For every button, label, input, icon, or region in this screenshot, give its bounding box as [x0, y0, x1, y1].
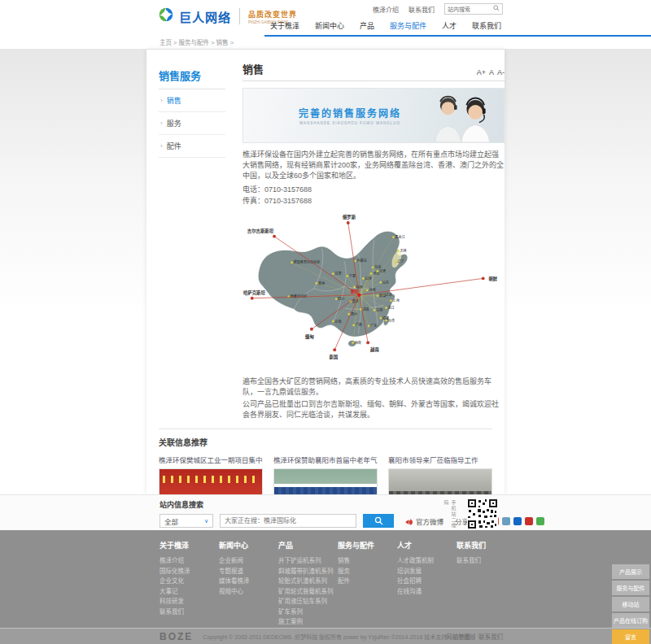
footer-link[interactable]: 联系我们 [457, 556, 516, 567]
map-province-label: 四川 [338, 297, 344, 301]
footer-link[interactable]: 科技研发 [159, 597, 219, 607]
band-search-button[interactable] [363, 514, 394, 528]
tencent-weibo-share-icon[interactable] [502, 517, 510, 525]
float-products-button[interactable]: 产品展示 [612, 564, 649, 579]
map-country-label: 哈萨克斯坦 [243, 289, 265, 296]
related-card[interactable]: 襄阳市领导来厂莅临指导工作 襄阳市领导来厂莅临指导工作... [388, 455, 492, 494]
float-message-button[interactable]: 留言 [612, 629, 649, 644]
band-search-input[interactable] [220, 514, 356, 528]
map-province-label: 云南 [334, 319, 341, 324]
related-card[interactable]: 樵泽环保樊城区工业一期项目集中投产仪式 项目位于樊城区万州大道南侧，占地64亩，… [159, 455, 263, 494]
nav-item-contact[interactable]: 联系我们 [469, 16, 505, 35]
map-province-dot [352, 324, 355, 327]
map-country-dot [366, 342, 369, 345]
map-country-label: 越南 [369, 346, 379, 353]
bottom-links-divider: | [474, 632, 475, 641]
footer-link[interactable]: 大事记 [159, 587, 219, 598]
footer-link[interactable]: 矿用轮式装载机系列 [278, 587, 338, 598]
footer-link[interactable]: 专题报道 [219, 567, 278, 577]
topbar: 樵泽介绍 联系我们 [373, 3, 503, 15]
footer-column-title: 联系我们 [457, 540, 516, 550]
site-search-input[interactable] [448, 7, 493, 12]
nav-item-news[interactable]: 新闻中心 [312, 16, 347, 35]
nav-item-service-parts[interactable]: 服务与配件 [387, 16, 430, 35]
footer-link[interactable]: 企业新闻 [219, 556, 278, 567]
sidebar-title: 销售服务 [159, 67, 225, 89]
page-title: 销售 [242, 61, 264, 76]
footer-link[interactable]: 视频中心 [219, 587, 278, 598]
renren-share-icon[interactable] [525, 517, 533, 525]
map-province-dot [385, 307, 387, 309]
map-country-dot [333, 348, 336, 351]
contact-link[interactable]: 联系我们 [478, 632, 503, 641]
site-search-box[interactable] [444, 3, 503, 15]
footer-link[interactable]: 矿用液压钻车系列 [278, 597, 338, 607]
sidebar: 销售服务 › 销售 › 服务 › 配件 [159, 67, 225, 158]
map-country-dot [347, 221, 350, 224]
copyright-text: Copyright © 2002-2011 DEDECMS. 织梦科技 版权所有… [203, 633, 475, 641]
nav-item-talent[interactable]: 人才 [439, 16, 460, 35]
map-province-dot [352, 342, 354, 344]
topbar-link-intro[interactable]: 樵泽介绍 [373, 5, 399, 14]
nav-item-products[interactable]: 产品 [356, 16, 378, 35]
breadcrumb[interactable]: 主页 > 服务与配件 > 销售 > [0, 37, 651, 50]
footer-link[interactable]: 施工案例 [278, 617, 338, 628]
footer-link[interactable]: 联系我们 [159, 607, 219, 618]
footer-link[interactable]: 井下铲运机系列 [278, 556, 338, 567]
map-country-label: 俄罗斯 [342, 214, 356, 220]
map-province-dot [366, 289, 369, 292]
map-province-dot [380, 281, 382, 284]
sidebar-item-service[interactable]: › 服务 [159, 112, 225, 135]
map-province-label: 新疆维吾尔自治区 [294, 259, 321, 264]
footer-link[interactable]: 在线沟通 [397, 587, 457, 598]
nav-item-about[interactable]: 关于樵泽 [267, 16, 303, 35]
map-country-dot [310, 328, 313, 331]
footer-column-about: 关于樵泽樵泽介绍国际化樵泽企业文化大事记科技研发联系我们 [159, 540, 219, 628]
search-category-select[interactable]: 全部 ∨ [159, 514, 213, 528]
related-title: 关联信息推荐 [159, 436, 492, 448]
float-mobile-site-button[interactable]: 移动站 [612, 597, 649, 611]
official-weibo-link[interactable]: 官方微博 [405, 516, 443, 526]
map-province-label: 浙江 [388, 305, 395, 310]
sidebar-item-sales[interactable]: › 销售 [159, 89, 225, 112]
footer: 关于樵泽樵泽介绍国际化樵泽企业文化大事记科技研发联系我们新闻中心企业新闻专题报道… [0, 530, 651, 628]
map-country-dot [251, 297, 254, 300]
topbar-link-contact[interactable]: 联系我们 [409, 5, 435, 14]
map-province-dot [347, 313, 350, 315]
footer-link[interactable]: 媒体看樵泽 [219, 577, 278, 587]
font-decrease-button[interactable]: A- [497, 68, 505, 76]
footer-link[interactable]: 销售 [338, 556, 397, 567]
chevron-right-icon: › [160, 120, 163, 127]
footer-link[interactable]: 企业文化 [159, 577, 219, 587]
footer-link[interactable]: 樵泽介绍 [159, 556, 219, 567]
sidebar-item-parts[interactable]: › 配件 [159, 135, 225, 158]
footer-link[interactable]: 斜坡履带扒渣机系列 [278, 567, 338, 577]
content: 销售 A+ A A- 完善的销售服务网络 WANSHANDE XIAOSHOU … [242, 61, 505, 420]
font-increase-button[interactable]: A+ [477, 68, 486, 76]
map-center-label: 襄阳 [350, 289, 359, 294]
sitemap-link[interactable]: 网站地图 [446, 632, 470, 641]
footer-link[interactable]: 培训发展 [397, 567, 457, 577]
mobile-site-qr-code [467, 498, 498, 529]
map-province-dot [353, 286, 356, 289]
font-normal-button[interactable]: A [489, 68, 494, 76]
search-icon[interactable] [493, 5, 500, 13]
wechat-share-icon[interactable] [536, 517, 544, 525]
map-province-label: 天津 [379, 268, 386, 273]
footer-link[interactable]: 服务 [338, 567, 397, 577]
map-province-dot [315, 282, 317, 285]
footer-link[interactable]: 人才政策机制 [397, 556, 457, 567]
related-card[interactable]: 樵泽环保赞助襄阳市首届中老年气排球比赛圆 樵泽环保赞助襄阳市首届中老年气排球比赛… [273, 455, 378, 494]
footer-link[interactable]: 配件 [338, 577, 397, 587]
main-area: 销售服务 › 销售 › 服务 › 配件 销售 A+ [0, 50, 651, 494]
map-province-dot [392, 237, 395, 239]
map-province-label: 甘肃 [334, 271, 341, 276]
qq-share-icon[interactable] [513, 517, 522, 525]
footer-link[interactable]: 矿车系列 [278, 607, 338, 618]
footer-column-products: 产品井下铲运机系列斜坡履带扒渣机系列轮胎式扒渣机系列矿用轮式装载机系列矿用液压钻… [278, 540, 338, 628]
footer-link[interactable]: 社会招聘 [397, 577, 457, 587]
float-service-parts-button[interactable]: 服务与配件 [612, 581, 649, 595]
footer-link[interactable]: 国际化樵泽 [159, 567, 219, 577]
footer-link[interactable]: 轮胎式扒渣机系列 [278, 577, 338, 587]
float-online-order-button[interactable]: 产品在线订购 [612, 613, 649, 628]
